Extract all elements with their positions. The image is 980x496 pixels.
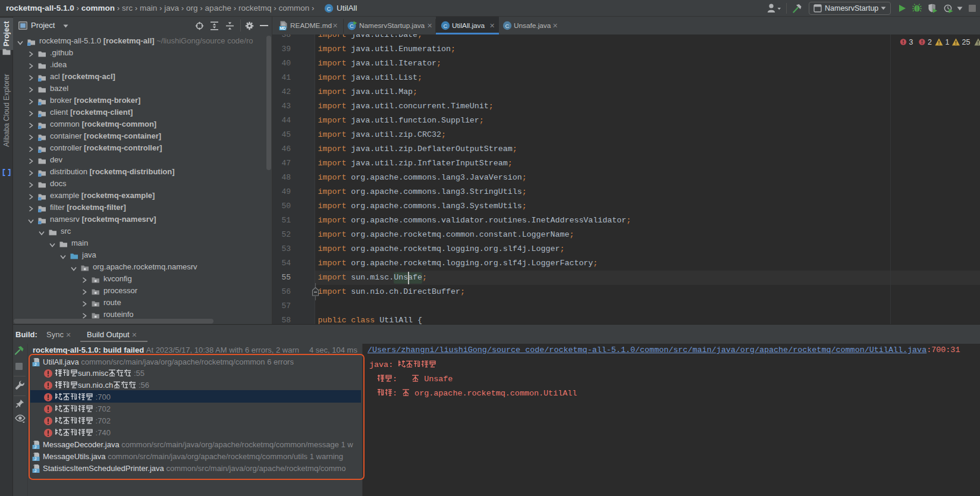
svg-text:C: C	[327, 5, 331, 12]
svg-text:C: C	[444, 23, 448, 29]
svg-text:MD: MD	[279, 26, 285, 30]
svg-text:3: 3	[909, 38, 913, 46]
svg-text:1: 1	[946, 38, 950, 46]
svg-text:25: 25	[962, 38, 970, 46]
svg-text:C: C	[350, 23, 354, 29]
svg-text:C: C	[505, 23, 510, 29]
svg-text:2: 2	[928, 38, 932, 46]
